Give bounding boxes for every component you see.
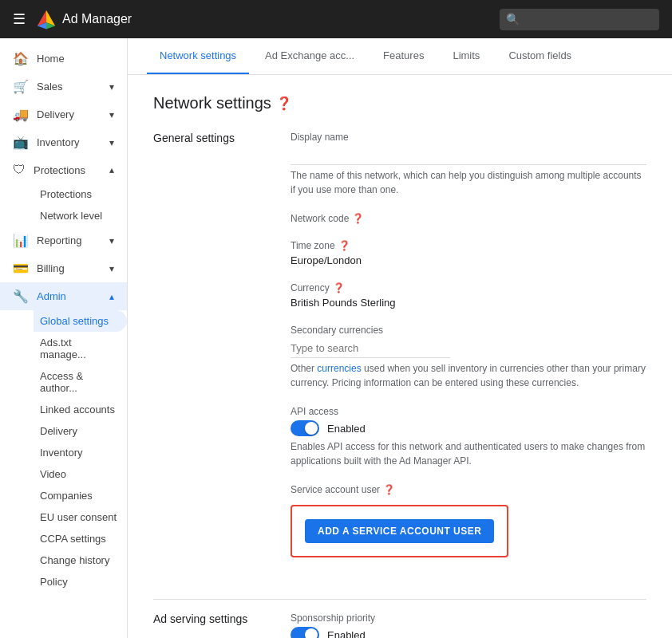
- admin-chevron: ▴: [109, 291, 114, 302]
- sponsorship-toggle[interactable]: [291, 627, 319, 638]
- sidebar-item-protections[interactable]: 🛡 Protections ▴: [0, 156, 127, 183]
- sidebar-item-eu-user-consent[interactable]: EU user consent: [34, 506, 127, 528]
- display-name-label: Display name: [291, 132, 646, 143]
- sponsorship-label: Sponsorship priority: [291, 612, 646, 624]
- sidebar-item-reporting[interactable]: 📊 Reporting ▾: [0, 226, 127, 254]
- service-account-help-icon[interactable]: ❓: [383, 484, 395, 495]
- timezone-value: Europe/London: [291, 254, 646, 266]
- api-access-label: API access: [291, 406, 646, 417]
- ad-serving-content: Sponsorship priority Enabled Enables 100…: [291, 612, 646, 638]
- sidebar-item-global-settings[interactable]: Global settings: [34, 310, 127, 332]
- companies-label: Companies: [40, 490, 93, 502]
- sidebar-item-sales[interactable]: 🛒 Sales ▾: [0, 73, 127, 100]
- api-toggle-row: Enabled: [291, 420, 646, 436]
- sidebar-item-home-label: Home: [37, 53, 65, 65]
- sidebar-item-companies[interactable]: Companies: [34, 485, 127, 506]
- general-settings-label: General settings: [153, 132, 265, 573]
- logo-icon: [35, 8, 57, 30]
- tab-ad-exchange[interactable]: Ad Exchange acc...: [252, 38, 367, 74]
- sidebar-item-policy[interactable]: Policy: [34, 571, 127, 593]
- secondary-currencies-label: Secondary currencies: [291, 325, 646, 336]
- sidebar-item-protections-label: Protections: [34, 164, 85, 176]
- billing-icon: 💳: [13, 261, 29, 276]
- video-label: Video: [40, 468, 66, 480]
- sidebar-item-home[interactable]: 🏠 Home: [0, 45, 127, 73]
- api-toggle-label: Enabled: [327, 423, 366, 435]
- page-title-row: Network settings ❓: [153, 94, 646, 112]
- sidebar-item-sales-label: Sales: [37, 81, 63, 93]
- sidebar-item-protections-sub[interactable]: Protections: [34, 183, 127, 205]
- network-code-help-icon[interactable]: ❓: [352, 213, 364, 224]
- display-name-input[interactable]: [291, 146, 646, 165]
- sidebar-item-video[interactable]: Video: [34, 463, 127, 485]
- access-author-label: Access & author...: [40, 370, 121, 394]
- reporting-icon: 📊: [13, 233, 29, 248]
- sidebar-item-delivery-sub[interactable]: Delivery: [34, 420, 127, 442]
- menu-icon[interactable]: ☰: [13, 10, 26, 28]
- ads-txt-label: Ads.txt manage...: [40, 337, 121, 360]
- tab-features[interactable]: Features: [370, 38, 437, 74]
- service-account-box: ADD A SERVICE ACCOUNT USER: [291, 505, 508, 557]
- network-code-label: Network code ❓: [291, 213, 646, 224]
- network-code-field: Network code ❓: [291, 213, 646, 224]
- timezone-help-icon[interactable]: ❓: [338, 240, 350, 251]
- sidebar-item-ccpa-settings[interactable]: CCPA settings: [34, 528, 127, 549]
- sidebar-item-reporting-label: Reporting: [37, 234, 81, 246]
- protections-chevron: ▴: [109, 164, 114, 175]
- sidebar-item-admin[interactable]: 🔧 Admin ▴: [0, 282, 127, 310]
- sales-icon: 🛒: [13, 79, 29, 94]
- secondary-currencies-field: Secondary currencies Other currencies us…: [291, 325, 646, 390]
- search-wrapper: 🔍: [500, 9, 659, 30]
- search-input[interactable]: [500, 9, 659, 30]
- protections-icon: 🛡: [13, 163, 26, 177]
- display-name-field: Display name The name of this network, w…: [291, 132, 646, 197]
- currencies-link[interactable]: currencies: [317, 363, 361, 374]
- secondary-currencies-hint: Other currencies used when you sell inve…: [291, 361, 646, 390]
- general-settings-content: Display name The name of this network, w…: [291, 132, 646, 573]
- add-service-account-button[interactable]: ADD A SERVICE ACCOUNT USER: [305, 519, 494, 543]
- currency-help-icon[interactable]: ❓: [333, 282, 345, 293]
- sidebar-item-inventory[interactable]: 📺 Inventory ▾: [0, 128, 127, 156]
- admin-submenu: Global settings Ads.txt manage... Access…: [0, 310, 127, 593]
- page-content: Network settings ❓ General settings Disp…: [128, 75, 672, 638]
- global-settings-label: Global settings: [40, 315, 109, 327]
- tab-limits[interactable]: Limits: [440, 38, 492, 74]
- secondary-currencies-input[interactable]: [291, 339, 450, 358]
- sidebar-item-change-history[interactable]: Change history: [34, 549, 127, 571]
- sidebar-item-ads-txt[interactable]: Ads.txt manage...: [34, 332, 127, 365]
- timezone-label: Time zone ❓: [291, 240, 646, 251]
- tabs-bar: Network settings Ad Exchange acc... Feat…: [128, 38, 672, 75]
- general-settings-section: General settings Display name The name o…: [153, 132, 646, 573]
- tab-custom-fields[interactable]: Custom fields: [496, 38, 584, 74]
- api-hint: Enables API access for this network and …: [291, 439, 646, 468]
- inventory-sub-label: Inventory: [40, 447, 82, 459]
- delivery-icon: 🚚: [13, 107, 29, 122]
- reporting-chevron: ▾: [109, 235, 114, 246]
- sidebar-item-billing[interactable]: 💳 Billing ▾: [0, 254, 127, 282]
- service-account-label: Service account user ❓: [291, 484, 646, 495]
- api-access-field: API access Enabled Enables API access fo…: [291, 406, 646, 468]
- sidebar-item-admin-label: Admin: [37, 290, 66, 302]
- tab-network-settings[interactable]: Network settings: [147, 38, 249, 74]
- section-divider: [153, 599, 646, 600]
- sponsorship-toggle-row: Enabled: [291, 627, 646, 638]
- sidebar-item-access-author[interactable]: Access & author...: [34, 365, 127, 399]
- sidebar-item-network-level[interactable]: Network level: [34, 205, 127, 226]
- page-title: Network settings: [153, 94, 271, 112]
- ad-serving-label: Ad serving settings: [153, 612, 265, 638]
- sidebar-item-inventory-sub[interactable]: Inventory: [34, 442, 127, 463]
- service-account-field: Service account user ❓ ADD A SERVICE ACC…: [291, 484, 646, 557]
- sidebar: 🏠 Home 🛒 Sales ▾ 🚚 Delivery ▾ 📺 Inventor…: [0, 38, 128, 638]
- page-help-icon[interactable]: ❓: [276, 96, 292, 111]
- network-level-label: Network level: [40, 210, 102, 222]
- sidebar-item-linked-accounts[interactable]: Linked accounts: [34, 399, 127, 420]
- policy-label: Policy: [40, 576, 68, 588]
- timezone-field: Time zone ❓ Europe/London: [291, 240, 646, 266]
- logo: Ad Manager: [35, 8, 132, 30]
- linked-accounts-label: Linked accounts: [40, 404, 115, 415]
- home-icon: 🏠: [13, 51, 29, 66]
- api-toggle[interactable]: [291, 420, 319, 436]
- search-icon: 🔍: [506, 13, 520, 26]
- delivery-chevron: ▾: [109, 109, 114, 120]
- sidebar-item-delivery[interactable]: 🚚 Delivery ▾: [0, 100, 127, 128]
